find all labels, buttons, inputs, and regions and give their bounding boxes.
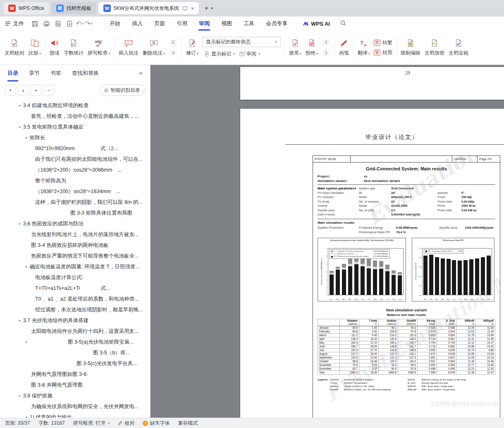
status-word-count[interactable]: 字数: 13167 — [38, 420, 65, 427]
toc-item[interactable]: ▼图 3-5(a)光伏电池矩阵安装... — [0, 337, 150, 347]
toc-item[interactable]: 为确保光伏系统和电网的安全，光伏并网发电... — [0, 401, 150, 412]
wps-ai-button[interactable]: WPS AI — [302, 20, 330, 27]
menu-tab-工具[interactable]: 工具 — [238, 17, 260, 31]
toc-item[interactable]: ▼3.4 拟建地点附近环境的检查 — [0, 100, 150, 111]
ribbon-button-删除批注[interactable]: 删除批注▾ — [141, 33, 167, 62]
ribbon-button-文档定稿[interactable]: 文档定稿 — [447, 33, 471, 62]
expand-triangle-icon[interactable]: ▼ — [18, 104, 21, 107]
status-spellcheck[interactable]: 拼写检查: 打开▾ — [73, 420, 110, 427]
expand-triangle-icon[interactable]: ▼ — [25, 341, 28, 344]
toc-item[interactable]: 图 3-4 热斑效应损坏的两种电池板 — [0, 240, 150, 251]
toc-item[interactable]: 图 3-5（b）搭... — [0, 347, 150, 358]
print-preview-button[interactable] — [53, 19, 63, 29]
toc-item[interactable]: ▼确定电池板温度的因素: 环境温度 T，日照强度... — [0, 261, 150, 272]
toc-item[interactable]: ▼3.8 保护措施 — [0, 390, 150, 401]
document-page[interactable]: 毕业设计（论文） PVSYST V6.06 16/05/04 Page 2/3 … — [240, 109, 504, 418]
previous-item-button[interactable] — [321, 38, 331, 46]
toc-zoom-out-button[interactable]: − — [43, 85, 54, 96]
sidebar-tab-书签[interactable]: 书签 — [50, 65, 61, 81]
toc-item[interactable]: 这样，由于南护栏的阴影，我们可以留 8m 的... — [0, 197, 150, 208]
document-page-previous[interactable]: 29 — [240, 67, 504, 100]
sidebar-tab-目录[interactable]: 目录 — [7, 65, 18, 81]
status-proofread[interactable]: 校对 — [118, 420, 134, 427]
menu-tab-审阅[interactable]: 审阅 — [193, 17, 215, 31]
ribbon-button-拼写检查[interactable]: ABC拼写检查▾ — [86, 33, 112, 62]
save-button[interactable] — [29, 19, 40, 29]
ribbon-button-显示标记[interactable]: 显示标记▾ — [202, 50, 236, 58]
undo-chevron-icon[interactable]: ▾ — [82, 22, 84, 26]
ribbon-button-限制编辑[interactable]: 限制编辑 — [399, 33, 423, 62]
ribbon-button-画笔[interactable]: 画笔 — [337, 33, 351, 62]
undo-button[interactable]: ↶▾ — [76, 20, 84, 27]
toc-item[interactable]: 由于我们只有两排的太阳能电池组件，可以在... — [0, 154, 150, 165]
toc-item[interactable]: 热斑效应严重的情况下可能导致整个电池板全... — [0, 251, 150, 261]
toc-item[interactable]: 992*10=9920mm 式（2... — [0, 143, 150, 154]
ribbon-button-字数统计[interactable]: 12字数统计 — [62, 33, 86, 62]
tab-docer-templates[interactable]: 稻 找稻壳模板 — [51, 2, 96, 14]
next-item-button[interactable] — [168, 49, 178, 57]
menu-tab-引用[interactable]: 引用 — [171, 17, 193, 31]
sidebar-tab-查找和替换[interactable]: 查找和替换 — [72, 65, 99, 81]
toc-item[interactable]: 当光线射到电池片上，电池片的某些地方被东... — [0, 229, 150, 240]
expand-triangle-icon[interactable]: ▼ — [25, 265, 28, 268]
sidebar-tab-章节[interactable]: 章节 — [29, 65, 40, 81]
tab-document[interactable]: W 5KW分布式并网光伏发电系统 × — [98, 2, 199, 14]
menu-tab-视图[interactable]: 视图 — [215, 17, 238, 31]
toc-item[interactable]: （1636*2+200）sin28°≈1634mm ... — [0, 186, 150, 197]
toc-item[interactable]: 图 3-6 并网电气原理图 — [0, 380, 150, 390]
ribbon-button-接受[interactable]: 接受▾ — [287, 33, 303, 62]
ribbon-button-文档校对[interactable]: 文档校对 — [2, 33, 26, 62]
tab-list-chevron-icon[interactable]: ▾ — [211, 6, 213, 10]
status-missing-font[interactable]: !缺失字体 — [143, 420, 170, 427]
toc-item[interactable]: 图 3-3 矩阵具体位置布局图 — [0, 208, 150, 218]
previous-item-button[interactable] — [168, 38, 178, 46]
expand-triangle-icon[interactable]: ▼ — [25, 136, 28, 139]
toc-item[interactable]: ▼矩阵长 — [0, 132, 150, 143]
toc-item[interactable]: T=T0+a1Ts+a2L+Ti 式... — [0, 283, 150, 294]
export-pdf-button[interactable] — [64, 19, 75, 29]
menu-tab-页面[interactable]: 页面 — [148, 17, 171, 31]
toc-item[interactable]: （1636*2+200）cos28°≈3066mm ... — [0, 165, 150, 175]
toc-item[interactable]: ▼3.6 热斑效应的成因与防治 — [0, 218, 150, 229]
toc-collapse-all-button[interactable]: ▾ — [5, 85, 16, 96]
ribbon-button-修订[interactable]: 修订▾ — [184, 33, 201, 62]
toc-expand-all-button[interactable]: ▴ — [18, 85, 29, 96]
close-tab-icon[interactable]: × — [191, 5, 194, 12]
redo-chevron-icon[interactable]: ▾ — [91, 22, 92, 26]
toc-item[interactable]: ▼3.5 发电矩阵位置具体确定 — [0, 122, 150, 132]
expand-triangle-icon[interactable]: ▼ — [18, 395, 21, 397]
print-button[interactable] — [41, 19, 52, 29]
menu-tab-插入[interactable]: 插入 — [126, 17, 148, 31]
ribbon-button-转繁[interactable]: 简转繁 — [374, 39, 392, 46]
next-item-button[interactable] — [321, 49, 331, 57]
ribbon-button-翻译[interactable]: 文A翻译▾ — [356, 33, 372, 62]
ribbon-button-比较[interactable]: 比较▾ — [26, 33, 43, 62]
expand-triangle-icon[interactable]: ▼ — [18, 222, 21, 225]
toc-item[interactable]: 首先，经检查，活动中心是附近的最高建筑，... — [0, 111, 150, 122]
ribbon-button-转简[interactable]: 繁转简 — [374, 49, 392, 56]
ribbon-button-文档加密[interactable]: 文档加密 — [423, 33, 447, 62]
menu-tab-会员专享[interactable]: 会员专享 — [260, 17, 293, 31]
file-menu-button[interactable]: 文件 — [5, 20, 24, 27]
toc-item[interactable]: 整个矩阵高为 — [0, 175, 150, 186]
ribbon-button-拒绝[interactable]: 拒绝▾ — [303, 33, 320, 62]
redo-button[interactable]: ↷▾ — [85, 20, 93, 27]
toc-item[interactable]: 经过观察，本次选地出现阴影时，都是早前晚... — [0, 304, 150, 315]
toc-zoom-in-button[interactable]: + — [31, 85, 41, 96]
markup-state-select[interactable]: 显示标记的最终状态▾ — [202, 37, 281, 47]
tab-wps-office[interactable]: W WPS Office — [3, 2, 49, 14]
status-page-indicator[interactable]: 页面: 33/37 — [5, 420, 30, 427]
close-pane-icon[interactable]: × — [139, 65, 143, 81]
toc-item[interactable]: ▼3.7 光伏电池组件的具体搭建 — [0, 315, 150, 326]
ribbon-button-审阅[interactable]: 审阅▾ — [237, 50, 262, 58]
search-icon[interactable] — [340, 20, 346, 28]
toc-item[interactable]: 图 3-5(c)光伏发电平台具... — [0, 358, 150, 369]
document-canvas[interactable]: 29 毕业设计（论文） PVSYST V6.06 16/05/04 Page 2… — [150, 65, 504, 418]
ribbon-button-插入批注[interactable]: 插入批注 — [117, 33, 141, 62]
menu-tab-开始[interactable]: 开始 — [104, 17, 126, 31]
status-compat-mode[interactable]: 兼容模式 — [178, 420, 198, 427]
expand-triangle-icon[interactable]: ▼ — [18, 126, 21, 129]
new-tab-button[interactable]: + — [204, 4, 208, 12]
toc-item[interactable]: ▼1) 优质的电力输出 — [0, 412, 150, 418]
toc-item[interactable]: T0 、a1 、a2 是处理后的系数，和电池种类... — [0, 294, 150, 304]
